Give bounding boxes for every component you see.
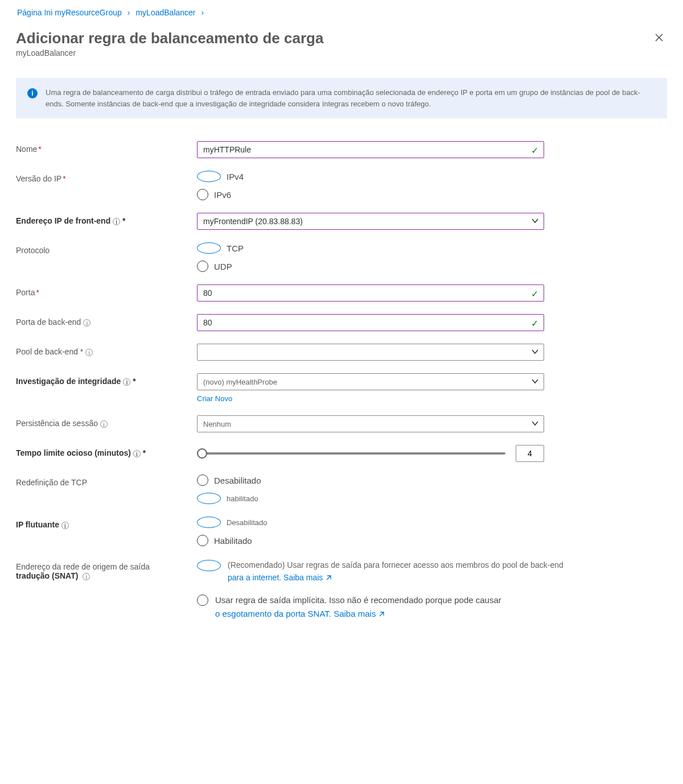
info-circle-icon[interactable]: i <box>85 349 93 356</box>
radio-snat-implicit[interactable]: Usar regra de saída implícita. Isso não … <box>197 593 667 622</box>
crumb-home[interactable]: Página Ini <box>17 8 52 17</box>
radio-ipv4[interactable]: IPv4 <box>197 171 667 182</box>
label-backend-pool: Pool de back-end *i <box>16 344 197 356</box>
external-link-icon <box>378 608 385 622</box>
info-text: Uma regra de balanceamento de carga dist… <box>46 87 656 109</box>
label-floating-ip: IP flutuantei <box>16 517 197 529</box>
label-backend-port: Porta de back-endi <box>16 314 197 327</box>
label-tcp-reset: Redefinição de TCP <box>16 474 197 487</box>
chevron-right-icon: › <box>201 8 204 17</box>
info-circle-icon[interactable]: i <box>123 378 130 386</box>
port-input[interactable] <box>197 284 544 302</box>
radio-tcp-reset-on[interactable]: habilitado <box>197 493 667 504</box>
idle-timeout-value[interactable] <box>516 445 544 462</box>
crumb-rg[interactable]: myResourceGroup <box>55 8 122 17</box>
backend-port-input[interactable] <box>197 314 544 331</box>
label-idle-timeout: Tempo limite ocioso (minutos)i * <box>16 445 197 457</box>
info-icon: i <box>27 88 38 98</box>
page-subtitle: myLoadBalancer <box>16 48 323 57</box>
name-input[interactable] <box>197 141 544 158</box>
label-session-persistence: Persistência de sessãoi <box>16 415 197 428</box>
snat-learn-more-link-1[interactable]: para a internet. Saiba mais <box>228 573 332 582</box>
slider-thumb[interactable] <box>197 448 207 459</box>
crumb-lb[interactable]: myLoadBalancer <box>135 8 195 17</box>
create-new-probe-link[interactable]: Criar Novo <box>197 394 232 403</box>
label-ip-version: Versão do IP* <box>16 171 197 183</box>
label-name: Nome* <box>16 141 197 154</box>
radio-tcp[interactable]: TCP <box>197 242 667 254</box>
info-circle-icon[interactable]: i <box>83 319 90 327</box>
backend-pool-select[interactable] <box>197 344 544 361</box>
radio-snat-recommended[interactable]: (Recomendado) Usar regras de saída para … <box>197 559 667 585</box>
info-circle-icon[interactable]: i <box>83 573 90 580</box>
snat-learn-more-link-2[interactable]: o esgotamento da porta SNAT. Saiba mais <box>215 609 376 618</box>
close-icon[interactable] <box>651 30 667 48</box>
label-port: Porta* <box>16 284 197 297</box>
external-link-icon <box>325 572 332 585</box>
breadcrumb: Página InimyResourceGroup › myLoadBalanc… <box>16 8 667 17</box>
info-circle-icon[interactable]: i <box>113 218 120 225</box>
info-circle-icon[interactable]: i <box>133 450 141 457</box>
radio-udp[interactable]: UDP <box>197 261 667 272</box>
label-protocol: Protocolo <box>16 242 197 255</box>
page-title: Adicionar regra de balanceamento de carg… <box>16 30 323 47</box>
frontend-ip-select[interactable] <box>197 213 544 230</box>
radio-floating-off[interactable]: Desabilitado <box>197 517 667 528</box>
idle-timeout-slider[interactable] <box>197 452 505 455</box>
radio-tcp-reset-off[interactable]: Desabilitado <box>197 474 667 486</box>
label-frontend-ip: Endereço IP de front-endi * <box>16 213 197 225</box>
session-persistence-select[interactable] <box>197 415 544 432</box>
label-snat: Endereço da rede de origem de saída trad… <box>16 559 197 580</box>
info-banner: i Uma regra de balanceamento de carga di… <box>16 78 667 118</box>
chevron-right-icon: › <box>127 8 130 17</box>
info-circle-icon[interactable]: i <box>100 420 108 428</box>
radio-ipv6[interactable]: IPv6 <box>197 189 667 200</box>
health-probe-select[interactable] <box>197 373 544 390</box>
label-health-probe: Investigação de integridadei * <box>16 373 197 386</box>
info-circle-icon[interactable]: i <box>61 522 69 529</box>
radio-floating-on[interactable]: Habilitado <box>197 535 667 546</box>
